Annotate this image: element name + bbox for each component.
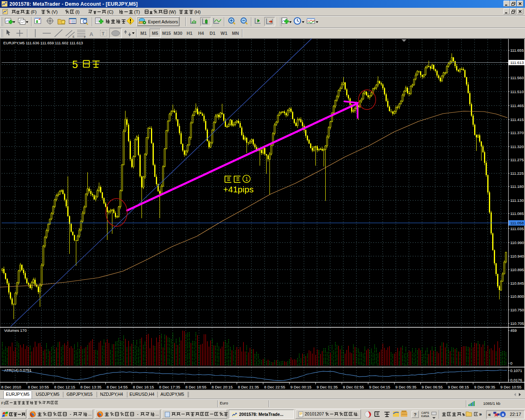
- svg-text:8 Dec 21:35: 8 Dec 21:35: [238, 385, 259, 389]
- svg-text:111.655: 111.655: [510, 48, 524, 52]
- svg-text:22:17: 22:17: [510, 412, 521, 417]
- svg-text:110.940: 110.940: [510, 254, 524, 258]
- svg-text:110.705: 110.705: [510, 321, 524, 326]
- svg-text:+41pips: +41pips: [223, 185, 253, 194]
- svg-text:AUDJPY,M5: AUDJPY,M5: [160, 392, 184, 397]
- svg-text:111.275: 111.275: [510, 158, 524, 162]
- svg-text:111.560: 111.560: [510, 75, 524, 80]
- svg-text:T: T: [102, 31, 105, 36]
- svg-text:a: a: [502, 412, 504, 417]
- svg-text:110.845: 110.845: [510, 281, 524, 285]
- svg-text:KANA: KANA: [421, 415, 429, 418]
- svg-text:9 Dec 05:35: 9 Dec 05:35: [395, 385, 416, 389]
- svg-text:ATR(14) 0.0751: ATR(14) 0.0751: [4, 368, 32, 372]
- svg-text:(I): (I): [75, 9, 80, 14]
- svg-text:8 Dec 18:55: 8 Dec 18:55: [185, 385, 206, 389]
- svg-text:...: ...: [88, 412, 91, 416]
- svg-text:110.990: 110.990: [510, 240, 524, 245]
- svg-text:111.613: 111.613: [510, 60, 524, 65]
- svg-text:20101207: 20101207: [305, 411, 324, 416]
- svg-text:1085/1 kb: 1085/1 kb: [483, 401, 500, 406]
- svg-text:2001578: MetaTrader - Demo Acc: 2001578: MetaTrader - Demo Account - [EU…: [9, 1, 138, 7]
- svg-text:?: ?: [414, 412, 417, 417]
- svg-text:9 Dec 08:15: 9 Dec 08:15: [448, 385, 469, 389]
- svg-text:»: »: [479, 411, 482, 417]
- svg-text:2001578: MetaTrade...: 2001578: MetaTrade...: [239, 412, 283, 417]
- svg-text:W1: W1: [221, 31, 228, 36]
- svg-text:(W): (W): [169, 9, 176, 14]
- svg-text:9 Dec 06:55: 9 Dec 06:55: [422, 385, 443, 389]
- svg-text:8 Dec 14:55: 8 Dec 14:55: [107, 385, 128, 389]
- svg-text:111.320: 111.320: [510, 144, 524, 149]
- svg-text:110.895: 110.895: [510, 267, 524, 272]
- svg-text:0.0176: 0.0176: [510, 378, 522, 382]
- svg-text:Euro: Euro: [220, 401, 228, 405]
- svg-text:111.130: 111.130: [510, 198, 524, 203]
- svg-text:9 Dec 00:15: 9 Dec 00:15: [290, 385, 311, 389]
- svg-text:111.085: 111.085: [510, 211, 524, 216]
- svg-text:(T): (T): [134, 9, 140, 14]
- svg-text:8 Dec 2010: 8 Dec 2010: [1, 385, 21, 389]
- svg-text:8 Dec 13:35: 8 Dec 13:35: [80, 385, 101, 389]
- svg-text:0.1071: 0.1071: [510, 368, 522, 373]
- svg-text:D1: D1: [210, 31, 215, 36]
- svg-text:...: ...: [221, 412, 225, 416]
- svg-text:E: E: [73, 35, 75, 38]
- svg-text:111.465: 111.465: [510, 103, 524, 108]
- svg-text:111.370: 111.370: [510, 130, 524, 135]
- svg-text:-: -: [137, 411, 139, 416]
- svg-text:111.510: 111.510: [510, 89, 524, 94]
- svg-text:M1: M1: [140, 31, 146, 36]
- svg-text:9 Dec 01:35: 9 Dec 01:35: [317, 385, 338, 389]
- svg-text:H4: H4: [198, 31, 204, 36]
- svg-text:8 Dec 12:15: 8 Dec 12:15: [54, 385, 75, 389]
- svg-text:Volumes 170: Volumes 170: [4, 328, 27, 333]
- svg-text:GBPJPY,M15: GBPJPY,M15: [66, 392, 93, 397]
- svg-text:111.058: 111.058: [510, 221, 524, 225]
- svg-text:EURJPY,M5 111.636 111.659 111: EURJPY,M5 111.636 111.659 111.602 111.61…: [3, 41, 83, 45]
- svg-text:(H): (H): [194, 9, 201, 14]
- svg-text:9 Dec 04:15: 9 Dec 04:15: [369, 385, 390, 389]
- svg-text:8 Dec 10:55: 8 Dec 10:55: [28, 385, 49, 389]
- svg-text:M15: M15: [162, 31, 171, 36]
- svg-text:F1: F1: [1, 401, 6, 405]
- svg-text:(V): (V): [52, 9, 58, 14]
- svg-text:CAPS: CAPS: [421, 411, 429, 414]
- svg-text:111.180: 111.180: [510, 184, 524, 189]
- svg-text:8 Dec 16:15: 8 Dec 16:15: [133, 385, 154, 389]
- svg-text:«: «: [488, 412, 491, 418]
- svg-text:Expert Advisors: Expert Advisors: [148, 19, 178, 24]
- svg-text:9 Dec 09:35: 9 Dec 09:35: [474, 385, 495, 389]
- svg-text:8 Dec 22:55: 8 Dec 22:55: [264, 385, 285, 389]
- svg-text:A: A: [89, 31, 94, 37]
- svg-text:9 Dec 02:55: 9 Dec 02:55: [343, 385, 364, 389]
- svg-text:9 Dec 10:55: 9 Dec 10:55: [500, 385, 521, 389]
- svg-text:...: ...: [355, 412, 358, 416]
- svg-text:M5: M5: [152, 31, 158, 36]
- svg-text:111.225: 111.225: [510, 171, 524, 176]
- svg-text:459: 459: [510, 328, 517, 333]
- svg-text:8 Dec 20:15: 8 Dec 20:15: [212, 385, 233, 389]
- svg-text:8 Dec 17:35: 8 Dec 17:35: [159, 385, 180, 389]
- svg-text:110.800: 110.800: [510, 294, 524, 299]
- svg-text:MN: MN: [232, 31, 239, 36]
- svg-text:NZDJPY,H4: NZDJPY,H4: [100, 392, 123, 397]
- svg-text:110.750: 110.750: [510, 308, 524, 312]
- svg-text:5: 5: [72, 59, 78, 70]
- svg-text:EURUSD,H4: EURUSD,H4: [130, 392, 155, 397]
- svg-text:...: ...: [155, 412, 159, 416]
- svg-text:F: F: [84, 36, 86, 39]
- svg-text:(F): (F): [31, 9, 37, 14]
- svg-text:USDJPY,M5: USDJPY,M5: [36, 392, 59, 397]
- svg-text:(C): (C): [107, 9, 113, 14]
- svg-text:M30: M30: [173, 31, 182, 36]
- svg-text:1: 1: [245, 176, 248, 182]
- svg-text:-: -: [70, 411, 71, 416]
- svg-text:EURJPY,M5: EURJPY,M5: [6, 392, 30, 397]
- svg-text:0: 0: [510, 361, 512, 365]
- svg-text:111.035: 111.035: [510, 226, 524, 231]
- svg-text:111.415: 111.415: [510, 117, 524, 122]
- svg-text:H1: H1: [187, 31, 192, 36]
